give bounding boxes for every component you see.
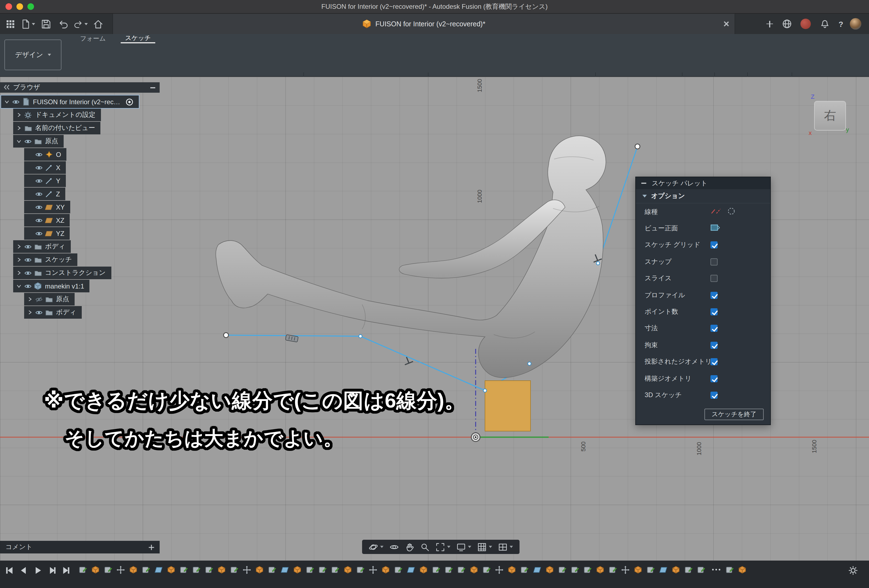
file-menu-icon[interactable] bbox=[21, 17, 35, 30]
chevron-collapsed-icon[interactable] bbox=[15, 257, 22, 262]
sketch-feature-icon[interactable] bbox=[179, 565, 188, 574]
visibility-eye-icon[interactable] bbox=[34, 203, 43, 211]
sketch-feature-icon[interactable] bbox=[725, 565, 734, 574]
visibility-eye-off-icon[interactable] bbox=[34, 295, 43, 303]
orbit-icon[interactable] bbox=[366, 540, 386, 554]
finish-sketch-button[interactable]: スケッチを終了 bbox=[704, 409, 764, 420]
plane-feature-icon[interactable] bbox=[154, 565, 163, 574]
form-feature-icon[interactable] bbox=[255, 565, 264, 574]
undo-icon[interactable] bbox=[56, 17, 70, 30]
browser-row-root[interactable]: FUISON for Interior (v2~rec… bbox=[1, 95, 139, 108]
look-at-view-icon[interactable] bbox=[710, 224, 720, 233]
sketch-feature-icon[interactable] bbox=[204, 565, 214, 574]
pan-icon[interactable] bbox=[403, 540, 417, 554]
visibility-eye-icon[interactable] bbox=[34, 164, 43, 172]
sketch-feature-icon[interactable] bbox=[583, 565, 592, 574]
sketch-feature-icon[interactable] bbox=[317, 565, 327, 574]
chevron-collapsed-icon[interactable] bbox=[26, 310, 33, 315]
status-avatar-icon[interactable] bbox=[801, 19, 811, 29]
form-feature-icon[interactable] bbox=[595, 565, 605, 574]
visibility-eye-icon[interactable] bbox=[34, 151, 43, 158]
form-feature-icon[interactable] bbox=[737, 565, 747, 574]
form-feature-icon[interactable] bbox=[128, 565, 138, 574]
browser-row[interactable]: XZ bbox=[24, 214, 70, 227]
checkbox-checked[interactable] bbox=[710, 392, 718, 399]
add-comment-icon[interactable] bbox=[149, 544, 154, 549]
browser-row[interactable]: コンストラクション bbox=[13, 267, 111, 279]
browser-row[interactable]: ボディ bbox=[24, 306, 82, 319]
skip-to-end-icon[interactable] bbox=[61, 566, 71, 575]
visibility-eye-icon[interactable] bbox=[24, 282, 33, 290]
form-feature-icon[interactable] bbox=[633, 565, 642, 574]
chevron-collapsed-icon[interactable] bbox=[15, 270, 22, 275]
browser-row[interactable]: ドキュメントの設定 bbox=[13, 109, 101, 121]
browser-row[interactable]: YZ bbox=[24, 227, 70, 240]
notification-bell-icon[interactable] bbox=[818, 17, 832, 30]
plane-feature-icon[interactable] bbox=[280, 565, 289, 574]
browser-row[interactable]: manekin v1:1 bbox=[13, 280, 90, 292]
form-feature-icon[interactable] bbox=[545, 565, 554, 574]
help-icon[interactable]: ? bbox=[839, 19, 843, 28]
collapse-panel-icon[interactable] bbox=[3, 84, 10, 91]
visibility-eye-icon[interactable] bbox=[34, 230, 43, 237]
home-icon[interactable] bbox=[91, 17, 105, 30]
sketch-feature-icon[interactable] bbox=[356, 565, 365, 574]
browser-row[interactable]: 名前の付いたビュー bbox=[13, 122, 101, 135]
move-feature-icon[interactable] bbox=[242, 565, 251, 574]
browser-row[interactable]: ボディ bbox=[13, 240, 71, 253]
form-feature-icon[interactable] bbox=[381, 565, 390, 574]
plane-feature-icon[interactable] bbox=[658, 565, 668, 574]
sketch-feature-icon[interactable] bbox=[267, 565, 276, 574]
chevron-collapsed-icon[interactable] bbox=[15, 113, 22, 117]
checkbox-checked[interactable] bbox=[710, 358, 718, 365]
active-component-marker[interactable] bbox=[126, 98, 133, 105]
sketch-feature-icon[interactable] bbox=[431, 565, 440, 574]
checkbox-checked[interactable] bbox=[710, 325, 718, 332]
new-tab-icon[interactable] bbox=[767, 21, 773, 27]
sketch-feature-icon[interactable] bbox=[305, 565, 314, 574]
palette-header[interactable]: スケッチ パレット bbox=[636, 177, 770, 189]
sketch-feature-icon[interactable] bbox=[646, 565, 655, 574]
comment-bar[interactable]: コメント bbox=[0, 541, 160, 554]
construction-linetype-icon[interactable] bbox=[727, 206, 736, 217]
sketch-feature-icon[interactable] bbox=[558, 565, 567, 574]
tab-form[interactable]: フォーム bbox=[76, 34, 110, 43]
form-feature-icon[interactable] bbox=[217, 565, 226, 574]
chevron-expanded-icon[interactable] bbox=[15, 139, 22, 144]
sketch-feature-icon[interactable] bbox=[444, 565, 453, 574]
profile-region-square[interactable] bbox=[485, 381, 531, 431]
origin-point-marker[interactable] bbox=[471, 433, 480, 441]
browser-row[interactable]: Y bbox=[24, 175, 66, 187]
plane-feature-icon[interactable] bbox=[406, 565, 415, 574]
centerline-linetype-icon[interactable] bbox=[710, 207, 721, 216]
move-feature-icon[interactable] bbox=[116, 565, 125, 574]
palette-section-options[interactable]: オプション bbox=[636, 189, 770, 203]
display-settings-icon[interactable] bbox=[454, 540, 473, 554]
close-tab-icon[interactable] bbox=[723, 21, 729, 27]
chevron-collapsed-icon[interactable] bbox=[26, 297, 33, 302]
chevron-collapsed-icon[interactable] bbox=[15, 244, 22, 249]
move-feature-icon[interactable] bbox=[368, 565, 377, 574]
sketch-feature-icon[interactable] bbox=[191, 565, 201, 574]
chevron-expanded-icon[interactable] bbox=[15, 284, 22, 289]
browser-row[interactable]: 原点 bbox=[24, 293, 75, 305]
step-back-icon[interactable] bbox=[19, 566, 28, 575]
visibility-eye-icon[interactable] bbox=[24, 256, 33, 264]
look-at-icon[interactable] bbox=[387, 540, 401, 554]
fit-icon[interactable] bbox=[433, 540, 452, 554]
user-avatar[interactable] bbox=[850, 18, 861, 30]
step-forward-icon[interactable] bbox=[47, 566, 57, 575]
sketch-feature-icon[interactable] bbox=[141, 565, 150, 574]
visibility-eye-icon[interactable] bbox=[34, 177, 43, 185]
tab-sketch[interactable]: スケッチ bbox=[121, 34, 155, 43]
visibility-eye-icon[interactable] bbox=[12, 98, 20, 105]
checkbox-checked[interactable] bbox=[710, 241, 718, 249]
job-status-globe-icon[interactable] bbox=[780, 17, 794, 30]
workspace-selector[interactable]: デザイン bbox=[4, 40, 61, 70]
sketch-feature-icon[interactable] bbox=[696, 565, 706, 574]
browser-row[interactable]: XY bbox=[24, 201, 70, 213]
sketch-feature-icon[interactable] bbox=[78, 565, 87, 574]
visibility-eye-icon[interactable] bbox=[24, 138, 33, 145]
minimize-palette-icon[interactable] bbox=[641, 183, 646, 184]
sketch-feature-icon[interactable] bbox=[330, 565, 340, 574]
